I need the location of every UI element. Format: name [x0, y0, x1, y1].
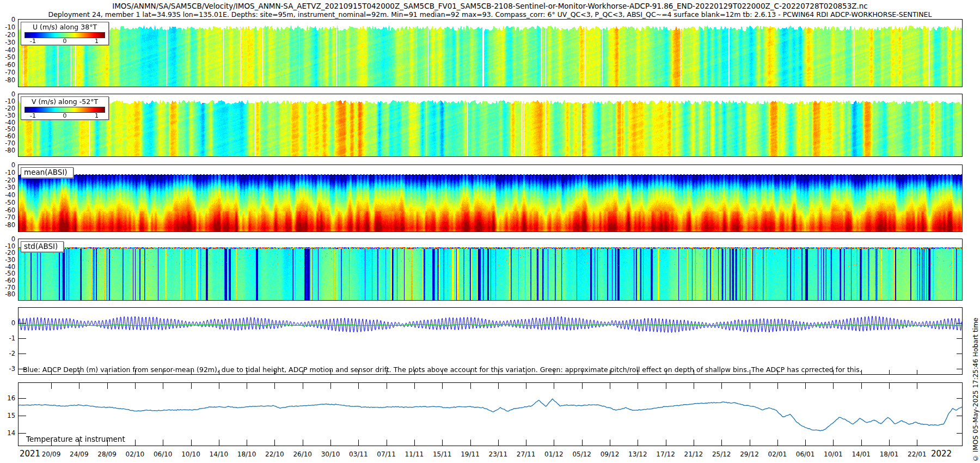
- colorbar-tick-label: 1: [95, 38, 99, 45]
- panel-absi-std: 0-10-20-30-40-50-60-70-80 std(ABSI): [18, 239, 963, 301]
- adcp-velocity-figure: IMOS/ANMN/SA/SAM5CB/Velocity/IMOS_ANMN-S…: [0, 0, 980, 463]
- figure-title: IMOS/ANMN/SA/SAM5CB/Velocity/IMOS_ANMN-S…: [0, 2, 980, 10]
- depth-variation-axis-labels: 0-1-2-3: [1, 308, 16, 374]
- y-tick-label: -20: [5, 31, 15, 39]
- y-tick-label: -80: [5, 147, 15, 154]
- u-depth-axis-labels: 0-10-20-30-40-50-60-70-80: [1, 20, 16, 87]
- x-tick-label: 11/11: [405, 450, 424, 458]
- x-tick-label: 10/10: [181, 450, 200, 458]
- y-tick-label: -70: [5, 139, 15, 147]
- x-tick-label: 17/12: [656, 450, 675, 458]
- x-tick-label: 10/01: [824, 450, 843, 458]
- y-tick-label: 0: [11, 16, 15, 23]
- y-tick-label: -1: [9, 334, 15, 342]
- x-tick-label: 26/10: [293, 450, 312, 458]
- y-tick-label: -30: [5, 39, 15, 46]
- colorbar-tick-label: 0: [63, 38, 67, 45]
- x-tick-label: 27/11: [517, 450, 536, 458]
- absi-std-heatmap: [19, 239, 962, 300]
- figure-subtitle: Deployment 24, member 1 lat=34.93S lon=1…: [0, 10, 980, 19]
- colorbar-tick-label: 0: [63, 112, 67, 119]
- panel-v-velocity: 0-10-20-30-40-50-60-70-80 V (m/s) along …: [18, 94, 963, 157]
- y-tick-label: 15: [7, 412, 15, 419]
- x-tick-label: 29/12: [740, 450, 759, 458]
- x-tick-label: 23/11: [489, 450, 508, 458]
- y-tick-label: -40: [5, 191, 15, 199]
- u-colorbar-title: U (m/s) along 38°T: [21, 23, 108, 31]
- panel-temperature: 161514 Temperature at instrument: [18, 382, 963, 446]
- y-tick-label: -60: [5, 61, 15, 69]
- depth-variation-line-chart: [19, 308, 962, 374]
- x-tick-label: 30/10: [321, 450, 340, 458]
- x-tick-label: 22/01: [908, 450, 927, 458]
- x-tick-label: 28/09: [97, 450, 117, 458]
- colorbar-tick-label: -1: [30, 112, 36, 119]
- x-tick-label: 01/12: [544, 450, 564, 458]
- x-tick-label: 21/12: [684, 450, 703, 458]
- v-colorbar-legend: V (m/s) along -52°T -101: [21, 96, 109, 120]
- x-tick-label: 06/01: [796, 450, 815, 458]
- x-tick-label: 07/11: [377, 450, 396, 458]
- u-colorbar-tick-labels: -101: [25, 37, 105, 44]
- y-tick-label: -50: [5, 199, 15, 206]
- x-tick-label: 06/10: [154, 450, 173, 458]
- x-tick-label: 18/01: [880, 450, 899, 458]
- y-tick-label: -80: [5, 221, 15, 229]
- x-tick-label: 18/10: [237, 450, 256, 458]
- y-tick-label: -40: [5, 46, 15, 54]
- y-tick-label: -10: [5, 23, 15, 31]
- depth-variation-annotation: Blue: ADCP Depth (m) variation from sens…: [23, 365, 862, 374]
- absi-mean-depth-axis-labels: 0-10-20-30-40-50-60-70-80: [1, 165, 16, 232]
- x-tick-label: 09/12: [601, 450, 620, 458]
- x-axis-year-start: 2021: [20, 449, 40, 459]
- x-tick-label: 14/01: [852, 450, 871, 458]
- v-depth-axis-labels: 0-10-20-30-40-50-60-70-80: [1, 94, 16, 156]
- x-tick-label: 02/10: [126, 450, 145, 458]
- y-tick-label: 0: [11, 319, 15, 327]
- y-tick-label: -10: [5, 169, 15, 176]
- v-colorbar-title: V (m/s) along -52°T: [21, 98, 108, 106]
- u-colorbar-legend: U (m/s) along 38°T -101: [21, 22, 109, 45]
- colorbar-tick-label: -1: [30, 38, 36, 45]
- panel-absi-mean: 0-10-20-30-40-50-60-70-80 mean(ABSI): [18, 165, 963, 232]
- x-tick-label: 19/11: [461, 450, 480, 458]
- x-tick-label: 20/09: [42, 450, 61, 458]
- v-colorbar-tick-labels: -101: [25, 112, 105, 119]
- y-tick-label: -70: [5, 69, 15, 76]
- imos-watermark: © IMOS 05-May-2025 17:25:46 Hobart time: [972, 318, 979, 462]
- y-tick-label: -3: [9, 365, 15, 373]
- colorbar-tick-label: 1: [95, 112, 99, 119]
- x-tick-label: 05/12: [572, 450, 591, 458]
- x-tick-label: 24/09: [70, 450, 89, 458]
- v-velocity-heatmap: [19, 94, 962, 156]
- x-tick-label: 14/10: [210, 450, 229, 458]
- x-tick-label: 25/12: [712, 450, 731, 458]
- y-tick-label: -80: [5, 290, 15, 298]
- y-tick-label: -30: [5, 184, 15, 191]
- x-tick-label: 03/11: [349, 450, 368, 458]
- absi-mean-label: mean(ABSI): [21, 167, 74, 178]
- x-tick-label: 22/10: [265, 450, 284, 458]
- y-tick-label: -2: [9, 350, 15, 357]
- temperature-line-chart: [19, 383, 962, 446]
- y-tick-label: -20: [5, 176, 15, 184]
- x-tick-label: 13/12: [628, 450, 647, 458]
- panel-u-velocity: 0-10-20-30-40-50-60-70-80 U (m/s) along …: [18, 19, 963, 87]
- temperature-label: Temperature at instrument: [26, 435, 125, 443]
- y-tick-label: -60: [5, 206, 15, 214]
- y-tick-label: -40: [5, 119, 15, 126]
- temperature-axis-labels: 161514: [1, 383, 16, 446]
- absi-std-depth-axis-labels: 0-10-20-30-40-50-60-70-80: [1, 239, 16, 300]
- y-tick-label: -80: [5, 76, 15, 84]
- y-tick-label: -20: [5, 105, 15, 112]
- absi-std-label: std(ABSI): [21, 241, 64, 252]
- x-axis-year-end: 2022: [931, 449, 952, 459]
- panel-depth-variation: 0-1-2-3 Blue: ADCP Depth (m) variation f…: [18, 307, 963, 375]
- y-tick-label: 16: [7, 394, 15, 402]
- y-tick-label: 0: [11, 161, 15, 169]
- u-velocity-heatmap: [19, 20, 962, 87]
- x-tick-label: 15/11: [433, 450, 452, 458]
- y-tick-label: 14: [7, 429, 15, 437]
- absi-mean-heatmap: [19, 165, 962, 232]
- y-tick-label: -70: [5, 214, 15, 221]
